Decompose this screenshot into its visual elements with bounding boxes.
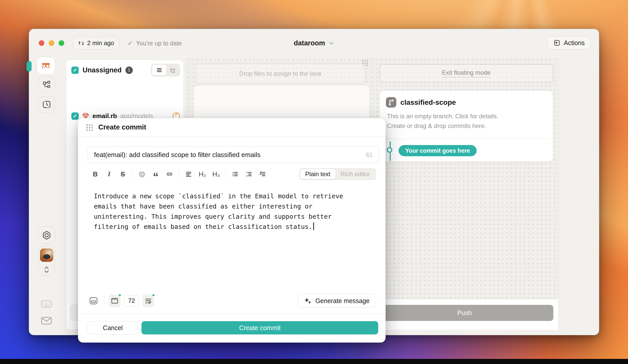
commit-target-pill: Your commit goes here	[399, 145, 477, 156]
branch-card-header: classified-scope	[386, 97, 456, 108]
exit-floating-label: Exit floating mode	[442, 69, 491, 77]
floating-lane-footer: Push	[371, 299, 558, 330]
commit-node-icon	[387, 147, 392, 153]
plain-text-tab[interactable]: Plain text	[300, 169, 336, 179]
branch-icon	[386, 97, 396, 108]
create-commit-dialog: Create commit feat(email): add classifie…	[78, 118, 386, 343]
text-cursor	[313, 223, 314, 230]
unassigned-title: Unassigned	[83, 66, 122, 74]
drop-files-target: Drop files to assign to the lane	[195, 63, 365, 84]
settings-button[interactable]	[38, 227, 55, 244]
commit-title-input[interactable]: feat(email): add classified scope to fil…	[88, 147, 379, 163]
commit-template-icon[interactable]	[88, 294, 99, 307]
bold-button[interactable]: B	[89, 168, 101, 180]
dialog-footer-toolbar: Generate message	[88, 294, 376, 308]
avatar	[40, 249, 53, 262]
screen-bottom-bar	[0, 359, 628, 364]
view-mode-toggle[interactable]	[151, 64, 180, 76]
unassigned-header: ✓ Unassigned 1	[71, 63, 180, 77]
code-button[interactable]: ⟨|⟩	[136, 168, 148, 180]
rich-editor-tab[interactable]: Rich editor	[335, 169, 375, 179]
char-count: 61	[366, 151, 373, 159]
user-menu[interactable]	[38, 246, 55, 276]
empty-branch-line2: Create or drag & drop commits here.	[387, 122, 486, 129]
actions-sparkle-icon	[553, 39, 561, 47]
exit-floating-mode[interactable]: Exit floating mode	[380, 64, 553, 82]
wrap-toggle[interactable]	[142, 294, 154, 307]
wrap-width-input[interactable]	[124, 295, 139, 307]
svg-text:2: 2	[246, 174, 248, 177]
dialog-header[interactable]: Create commit	[78, 118, 385, 137]
list-view-icon[interactable]	[152, 65, 166, 75]
sidebar-item-workspace[interactable]	[37, 57, 55, 75]
floating-push-button[interactable]: Push	[376, 305, 553, 321]
heading3-button[interactable]: H₃	[210, 168, 222, 180]
commit-title-value: feat(email): add classified scope to fil…	[94, 151, 366, 159]
actions-label: Actions	[564, 39, 585, 47]
empty-branch-line1: This is an empty branch. Click for detai…	[387, 113, 499, 120]
active-tab-indicator	[27, 61, 32, 72]
project-switcher[interactable]: dataroom	[29, 39, 599, 47]
file-checkbox[interactable]: ✓	[71, 112, 79, 120]
bullet-list-button[interactable]	[229, 168, 241, 180]
branch-card[interactable]: classified-scope This is an empty branch…	[380, 90, 553, 162]
commit-message-editor[interactable]: Introduce a new scope `classified` in th…	[94, 191, 368, 288]
checklist-button[interactable]	[257, 168, 269, 180]
format-toolbar: B I S ⟨|⟩ “ H₂ H₃	[89, 167, 376, 181]
actions-button[interactable]: Actions	[547, 36, 591, 49]
workbench-icon	[41, 61, 51, 71]
sparkles-icon	[304, 297, 312, 305]
align-button[interactable]	[183, 168, 194, 180]
cancel-button[interactable]: Cancel	[88, 321, 138, 334]
feedback-mail-icon[interactable]	[41, 316, 52, 325]
italic-button[interactable]: I	[103, 168, 115, 180]
app-window: 2 min ago ✓ You're up to date dataroom A…	[29, 29, 599, 335]
heading2-button[interactable]: H₂	[197, 168, 208, 180]
generate-message-button[interactable]: Generate message	[298, 294, 376, 308]
ruler-toggle[interactable]	[109, 294, 121, 307]
tree-view-icon[interactable]	[166, 65, 179, 75]
ruler-active-dot	[118, 294, 121, 297]
file-count-badge: 1	[125, 67, 133, 74]
blockquote-button[interactable]: “	[150, 168, 162, 180]
chevron-updown-icon	[43, 266, 50, 274]
link-button[interactable]	[164, 168, 175, 180]
sidebar-item-history[interactable]	[38, 96, 55, 113]
unassigned-checkbox[interactable]: ✓	[71, 67, 79, 74]
svg-text:1: 1	[246, 171, 248, 174]
drag-grip-icon[interactable]	[86, 124, 93, 131]
branch-name: classified-scope	[400, 98, 456, 107]
floating-lane: Exit floating mode classified-scope This…	[371, 58, 559, 330]
generate-message-label: Generate message	[315, 297, 370, 305]
project-name: dataroom	[294, 39, 325, 47]
drop-files-hint: Drop files to assign to the lane	[239, 70, 322, 77]
create-commit-button[interactable]: Create commit	[141, 321, 378, 334]
sidebar-item-branches[interactable]	[38, 76, 55, 93]
strikethrough-button[interactable]: S	[117, 168, 129, 180]
gear-icon	[42, 230, 51, 240]
history-clock-icon	[42, 100, 51, 109]
chevron-down-icon	[328, 40, 334, 46]
keyboard-shortcuts-icon[interactable]	[41, 300, 52, 308]
dialog-title: Create commit	[98, 123, 146, 131]
branch-graph-icon	[42, 80, 51, 89]
wrap-active-dot	[152, 294, 155, 297]
numbered-list-button[interactable]: 1 2	[243, 168, 255, 180]
commit-message-value: Introduce a new scope `classified` in th…	[94, 192, 343, 230]
editor-mode-toggle[interactable]: Plain text Rich editor	[299, 168, 376, 180]
